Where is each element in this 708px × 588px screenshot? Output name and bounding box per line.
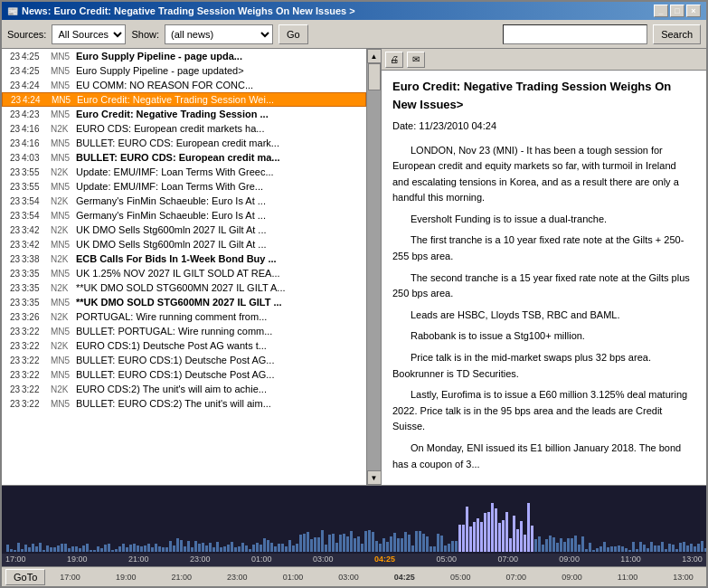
chart-bar [288, 540, 291, 552]
chart-bar [122, 544, 125, 552]
news-day: 23 [4, 138, 20, 148]
news-item[interactable]: 234:16N2KEURO CDS: European credit marke… [2, 121, 366, 136]
chart-bar [82, 545, 85, 552]
chart-bar [697, 544, 700, 552]
chart-bar [335, 543, 338, 552]
chart-bar [17, 543, 20, 552]
news-time: 4:24 [23, 95, 52, 105]
search-button[interactable]: Search [653, 24, 701, 44]
article-paragraph: The first tranche is a 10 year fixed rat… [392, 232, 695, 264]
chart-bar [455, 541, 458, 552]
chart-bar [448, 544, 450, 552]
scroll-thumb[interactable] [368, 63, 381, 90]
news-item[interactable]: 233:22MN5BULLET: EURO CDS:1) Deutsche Po… [2, 353, 366, 367]
news-item[interactable]: 233:42MN5UK DMO Sells Stg600mln 2027 IL … [2, 237, 366, 251]
goto-button[interactable]: GoTo [5, 569, 45, 585]
chart-canvas [2, 486, 706, 554]
news-time: 3:55 [22, 167, 51, 177]
news-item[interactable]: 233:22N2KEURO CDS:2) The unit's will aim… [2, 382, 366, 396]
news-day: 23 [4, 66, 20, 76]
chart-bar [361, 544, 363, 552]
news-title: Euro Supply Pipeline - page upda... [76, 51, 364, 62]
title-bar: 📰 News: Euro Credit: Negative Trading Se… [2, 2, 706, 20]
scroll-down-arrow[interactable]: ▼ [367, 470, 382, 485]
print-button[interactable]: 🖨 [385, 52, 403, 68]
news-day: 23 [4, 399, 20, 409]
news-item[interactable]: 233:26N2KPORTUGAL: Wire running comment … [2, 309, 366, 324]
chart-bar [495, 508, 497, 552]
news-item[interactable]: 233:35MN5**UK DMO SOLD STG600MN 2027 IL … [2, 295, 366, 309]
news-time: 3:22 [22, 356, 51, 365]
news-day: 23 [4, 254, 20, 264]
chart-bar [484, 513, 486, 552]
chart-bar [97, 546, 99, 552]
news-item[interactable]: 234:03MN5BULLET: EURO CDS: European cred… [2, 150, 366, 165]
news-time: 3:55 [22, 182, 51, 192]
chart-bar [621, 546, 624, 552]
news-time: 3:54 [22, 196, 51, 206]
news-item[interactable]: 234:24MN5EU COMM: NO REASON FOR CONC... [2, 78, 366, 92]
chart-bar [567, 538, 570, 552]
chart-bar [158, 546, 161, 552]
chart-bar [299, 535, 302, 552]
news-item[interactable]: 233:55N2KUpdate: EMU/IMF: Loan Terms Wit… [2, 165, 366, 179]
news-item[interactable]: 234:24MN5Euro Credit: Negative Trading S… [2, 92, 366, 107]
maximize-button[interactable]: □ [670, 5, 684, 17]
go-button[interactable]: Go [278, 24, 308, 44]
chart-bar [10, 549, 13, 552]
scroll-track[interactable] [367, 63, 381, 470]
news-time: 3:35 [22, 298, 51, 308]
chart-bar [393, 533, 396, 552]
close-button[interactable]: × [686, 5, 701, 17]
news-day: 23 [4, 370, 20, 380]
news-item[interactable]: 233:55MN5Update: EMU/IMF: Loan Terms Wit… [2, 179, 366, 194]
news-item[interactable]: 234:25MN5Euro Supply Pipeline - page upd… [2, 49, 366, 63]
news-title: Update: EMU/IMF: Loan Terms With Gre... [76, 181, 364, 192]
news-item[interactable]: 234:25MN5Euro Supply Pipeline - page upd… [2, 63, 366, 78]
news-time: 4:03 [22, 153, 51, 163]
chart-bar [563, 542, 566, 552]
show-select[interactable]: (all news) [165, 24, 273, 44]
envelope-button[interactable]: ✉ [407, 52, 425, 68]
chart-bar [701, 541, 703, 552]
news-item[interactable]: 233:22MN5BULLET: PORTUGAL: Wire running … [2, 324, 366, 338]
news-item[interactable]: 233:42N2KUK DMO Sells Stg600mln 2027 IL … [2, 223, 366, 237]
news-source: N2K [51, 384, 76, 394]
chart-bar [462, 525, 465, 552]
news-item[interactable]: 233:35MN5UK 1.25% NOV 2027 IL GILT SOLD … [2, 266, 366, 280]
chart-bar [382, 538, 385, 552]
bottom-time-label: 01:00 [283, 573, 304, 582]
news-item[interactable]: 233:54N2KGermany's FinMin Schaeuble: Eur… [2, 194, 366, 208]
news-source: MN5 [51, 66, 76, 76]
news-item[interactable]: 233:38N2KECB Calls For Bids In 1-Week Bo… [2, 251, 366, 266]
news-source: MN5 [51, 182, 76, 192]
chart-bar [433, 546, 436, 552]
news-item[interactable]: 234:23MN5Euro Credit: Negative Trading S… [2, 107, 366, 121]
chart-bar [643, 545, 646, 552]
chart-bar [375, 541, 378, 552]
chart-bar [32, 544, 34, 552]
chart-bar [690, 544, 693, 552]
news-source: MN5 [52, 95, 77, 105]
news-item[interactable]: 233:22N2KEURO CDS:1) Deutsche Post AG wa… [2, 338, 366, 353]
chart-bar [140, 546, 143, 552]
news-item[interactable]: 233:54MN5Germany's FinMin Schaeuble: Eur… [2, 208, 366, 223]
chart-bar [238, 546, 241, 552]
scroll-up-arrow[interactable]: ▲ [367, 49, 382, 63]
minimize-button[interactable]: _ [654, 5, 668, 17]
chart-bar [368, 530, 371, 552]
date-label: Date: [392, 120, 416, 131]
article-paragraph: Lastly, Eurofima is to issue a E60 milli… [392, 387, 695, 435]
chart-bar [21, 549, 24, 552]
news-item[interactable]: 233:35N2K**UK DMO SOLD STG600MN 2027 IL … [2, 280, 366, 295]
search-input[interactable] [503, 24, 647, 44]
sources-select[interactable]: All Sources [52, 24, 126, 44]
timeline-area: 17:0019:0021:0023:0001:0003:0004:2505:00… [2, 485, 706, 566]
news-item[interactable]: 233:22MN5BULLET: EURO CDS:2) The unit's … [2, 396, 366, 411]
chart-bar [571, 538, 573, 552]
news-time: 4:24 [22, 81, 51, 90]
news-item[interactable]: 234:16MN5BULLET: EURO CDS: European cred… [2, 136, 366, 150]
chart-bar [469, 526, 472, 552]
news-item[interactable]: 233:22MN5BULLET: EURO CDS:1) Deutsche Po… [2, 367, 366, 382]
news-title: BULLET: EURO CDS:1) Deutsche Post AG... [76, 355, 364, 365]
